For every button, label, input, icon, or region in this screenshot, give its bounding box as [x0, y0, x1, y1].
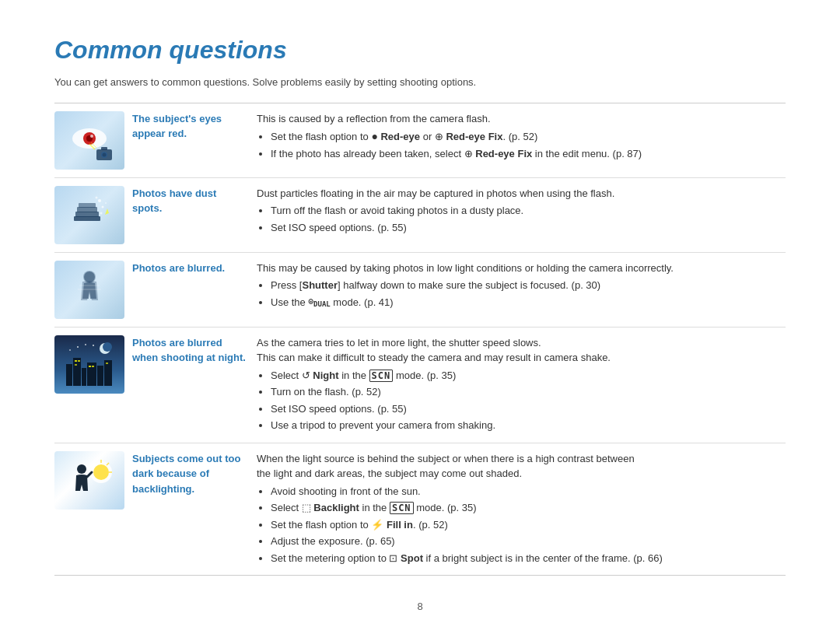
svg-rect-13 [79, 203, 96, 208]
svg-point-3 [90, 135, 93, 138]
faq-label-night: Photos are blurred when shooting at nigh… [132, 327, 257, 443]
faq-content-red-eye: This is caused by a reflection from the … [257, 103, 786, 178]
svg-point-43 [93, 464, 109, 480]
svg-rect-5 [101, 147, 107, 150]
faq-row-night: Photos are blurred when shooting at nigh… [54, 327, 786, 443]
svg-rect-28 [97, 366, 103, 386]
faq-row-backlight: Subjects come out too dark because of ba… [54, 443, 786, 576]
faq-row-blurred: Photos are blurred. This may be caused b… [54, 252, 786, 327]
faq-row-dust: Photos have dust spots. Dust particles f… [54, 177, 786, 252]
svg-rect-11 [75, 212, 99, 217]
faq-label-red-eye: The subject's eyes appear red. [132, 103, 257, 178]
svg-rect-30 [75, 360, 77, 362]
svg-point-44 [77, 464, 86, 474]
svg-rect-34 [92, 366, 94, 367]
faq-img-dust [54, 177, 132, 252]
faq-img-night [54, 327, 132, 443]
svg-rect-31 [78, 360, 80, 362]
svg-rect-35 [106, 363, 108, 364]
faq-table: The subject's eyes appear red. This is c… [54, 103, 786, 576]
faq-img-backlight [54, 443, 132, 576]
svg-point-18 [100, 212, 103, 215]
faq-row-red-eye: The subject's eyes appear red. This is c… [54, 103, 786, 178]
svg-rect-26 [82, 368, 86, 386]
faq-label-backlight: Subjects come out too dark because of ba… [132, 443, 257, 576]
svg-point-15 [102, 206, 104, 208]
night-icon [54, 335, 124, 394]
svg-point-38 [77, 346, 79, 348]
svg-rect-12 [77, 207, 97, 212]
svg-rect-33 [89, 366, 91, 367]
faq-img-red-eye [54, 103, 132, 178]
svg-point-14 [98, 199, 101, 202]
svg-point-7 [103, 153, 107, 157]
svg-point-37 [103, 342, 112, 352]
backlight-icon [54, 451, 124, 510]
page-title: Common questions [54, 31, 786, 68]
svg-point-41 [93, 345, 94, 346]
dust-icon [54, 186, 124, 244]
svg-point-40 [69, 349, 71, 351]
faq-content-night: As the camera tries to let in more light… [257, 327, 786, 443]
svg-rect-32 [75, 364, 77, 366]
faq-content-blurred: This may be caused by taking photos in l… [257, 252, 786, 327]
faq-content-dust: Dust particles floating in the air may b… [257, 177, 786, 252]
red-eye-icon [54, 111, 124, 170]
faq-img-blurred [54, 252, 132, 327]
svg-point-17 [105, 202, 107, 204]
svg-rect-24 [66, 364, 72, 386]
faq-label-dust: Photos have dust spots. [132, 177, 257, 252]
faq-content-backlight: When the light source is behind the subj… [257, 443, 786, 576]
blur-icon [54, 261, 124, 319]
page: Common questions You can get answers to … [0, 0, 840, 634]
svg-marker-19 [105, 208, 109, 215]
svg-rect-25 [73, 358, 81, 386]
page-number: 8 [54, 599, 786, 615]
svg-point-16 [96, 197, 98, 199]
faq-label-blurred: Photos are blurred. [132, 252, 257, 327]
page-subtitle: You can get answers to common questions.… [54, 75, 786, 90]
svg-point-39 [85, 344, 86, 345]
